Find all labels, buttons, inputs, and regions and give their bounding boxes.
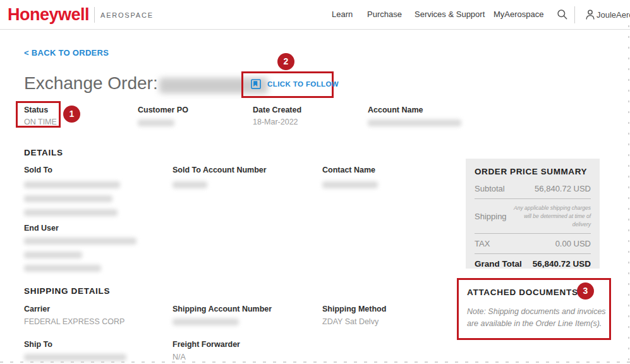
back-to-orders-link[interactable]: < BACK TO ORDERS bbox=[24, 48, 109, 58]
honeywell-logo[interactable]: Honeywell bbox=[8, 5, 89, 25]
status-label: Status bbox=[24, 106, 48, 114]
date-created-value: 18-Mar-2022 bbox=[253, 118, 298, 126]
customer-po-redacted bbox=[138, 119, 174, 126]
attached-documents-note: Note: Shipping documents and invoices ar… bbox=[467, 306, 609, 331]
shipping-details-heading: SHIPPING DETAILS bbox=[24, 286, 110, 296]
subtotal-row: Subtotal 56,840.72 USD bbox=[475, 179, 591, 198]
sold-to-account-number-redacted bbox=[173, 181, 207, 188]
search-icon[interactable] bbox=[556, 8, 569, 21]
nav-item-purchase[interactable]: Purchase bbox=[367, 9, 402, 19]
subtotal-value: 56,840.72 USD bbox=[535, 184, 591, 193]
order-price-summary: ORDER PRICE SUMMARY Subtotal 56,840.72 U… bbox=[466, 159, 600, 269]
annotation-circle-1: 1 bbox=[63, 106, 80, 123]
back-to-orders-label: BACK TO ORDERS bbox=[32, 48, 109, 58]
carrier-value: FEDERAL EXPRESS CORP bbox=[24, 317, 124, 326]
sold-to-label: Sold To bbox=[24, 166, 52, 174]
header-divider bbox=[574, 6, 575, 23]
contact-name-label: Contact Name bbox=[322, 166, 375, 174]
end-user-redacted-line bbox=[24, 265, 101, 272]
nav-item-learn[interactable]: Learn bbox=[332, 9, 353, 19]
tax-row: TAX 0.00 USD bbox=[475, 233, 591, 253]
grand-total-label: Grand Total bbox=[475, 259, 522, 269]
attached-documents-heading: ATTACHED DOCUMENTS bbox=[467, 288, 578, 297]
customer-po-label: Customer PO bbox=[138, 106, 188, 114]
end-user-redacted-line bbox=[24, 252, 82, 258]
click-to-follow-button[interactable]: CLICK TO FOLLOW bbox=[250, 78, 339, 90]
annotation-circle-3: 3 bbox=[577, 282, 594, 300]
top-navigation-bar: Honeywell AEROSPACE Learn Purchase Servi… bbox=[0, 0, 630, 30]
nav-item-services-support[interactable]: Services & Support bbox=[415, 9, 485, 19]
price-summary-heading: ORDER PRICE SUMMARY bbox=[475, 167, 591, 176]
shipping-account-number-label: Shipping Account Number bbox=[173, 305, 272, 313]
shipping-row: Shipping Any applicable shipping charges… bbox=[475, 198, 591, 233]
end-user-redacted-line bbox=[24, 238, 136, 245]
date-created-label: Date Created bbox=[253, 106, 301, 114]
page: Honeywell AEROSPACE Learn Purchase Servi… bbox=[0, 0, 630, 364]
person-icon[interactable] bbox=[584, 8, 597, 21]
page-title: Exchange Order: bbox=[24, 73, 158, 94]
account-name-label: Account Name bbox=[368, 106, 423, 114]
status-value: ON TIME bbox=[24, 118, 57, 126]
screenshot-edge-bottom bbox=[0, 361, 630, 363]
division-label: AEROSPACE bbox=[100, 11, 154, 19]
shipping-label: Shipping bbox=[475, 212, 507, 221]
grand-total-value: 56,840.72 USD bbox=[533, 259, 591, 269]
ship-to-redacted bbox=[24, 354, 126, 361]
follow-button-label: CLICK TO FOLLOW bbox=[267, 80, 339, 88]
ship-to-label: Ship To bbox=[24, 340, 52, 349]
sold-to-redacted-line bbox=[24, 195, 112, 202]
account-name-redacted bbox=[368, 119, 461, 126]
contact-name-redacted bbox=[322, 181, 378, 188]
shipping-method-value: ZDAY Sat Delvy bbox=[322, 317, 379, 326]
shipping-account-number-redacted bbox=[173, 318, 239, 325]
freight-forwarder-value: N/A bbox=[173, 353, 186, 361]
tax-value: 0.00 USD bbox=[555, 239, 591, 248]
annotation-circle-2: 2 bbox=[277, 53, 294, 70]
shipping-method-label: Shipping Method bbox=[322, 305, 386, 313]
shipping-note: Any applicable shipping charges will be … bbox=[510, 204, 591, 228]
bookmark-icon bbox=[250, 78, 262, 90]
end-user-label: End User bbox=[24, 224, 59, 233]
details-heading: DETAILS bbox=[24, 148, 63, 157]
sold-to-account-number-label: Sold To Account Number bbox=[173, 166, 267, 174]
tax-label: TAX bbox=[475, 239, 490, 248]
logo-divider bbox=[94, 7, 95, 23]
screenshot-edge-right bbox=[628, 25, 629, 364]
chevron-left-icon: < bbox=[24, 48, 29, 58]
freight-forwarder-label: Freight Forwarder bbox=[173, 340, 240, 349]
sold-to-redacted-line bbox=[24, 209, 118, 216]
subtotal-label: Subtotal bbox=[475, 184, 505, 193]
logged-in-user[interactable]: JouleAero bbox=[597, 10, 630, 20]
grand-total-row: Grand Total 56,840.72 USD bbox=[475, 253, 591, 274]
sold-to-redacted-line bbox=[24, 181, 120, 188]
nav-item-myaerospace[interactable]: MyAerospace bbox=[494, 9, 543, 19]
carrier-label: Carrier bbox=[24, 305, 50, 313]
